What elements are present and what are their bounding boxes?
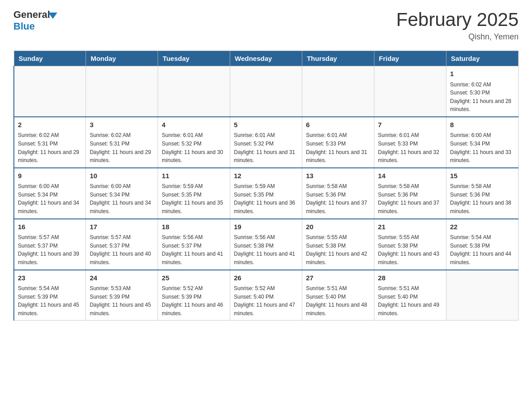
day-number: 28	[378, 273, 442, 283]
day-info: Sunrise: 6:01 AM Sunset: 5:32 PM Dayligh…	[234, 131, 298, 164]
day-number: 22	[450, 222, 515, 232]
day-info: Sunrise: 5:57 AM Sunset: 5:37 PM Dayligh…	[18, 233, 82, 266]
calendar-day-cell: 26Sunrise: 5:52 AM Sunset: 5:40 PM Dayli…	[230, 270, 302, 321]
day-of-week-header: Thursday	[302, 51, 374, 66]
day-info: Sunrise: 5:54 AM Sunset: 5:39 PM Dayligh…	[18, 284, 82, 317]
calendar-header-row: SundayMondayTuesdayWednesdayThursdayFrid…	[14, 51, 519, 66]
day-of-week-header: Wednesday	[230, 51, 302, 66]
title-section: February 2025 Qishn, Yemen	[396, 9, 519, 42]
day-number: 12	[234, 171, 298, 181]
location-title: Qishn, Yemen	[396, 32, 519, 42]
day-number: 9	[18, 171, 82, 181]
day-info: Sunrise: 6:02 AM Sunset: 5:31 PM Dayligh…	[90, 131, 154, 164]
calendar-day-cell: 16Sunrise: 5:57 AM Sunset: 5:37 PM Dayli…	[14, 219, 86, 270]
calendar-day-cell: 15Sunrise: 5:58 AM Sunset: 5:36 PM Dayli…	[446, 168, 519, 219]
logo-arrow-icon	[48, 13, 57, 19]
calendar-day-cell: 10Sunrise: 6:00 AM Sunset: 5:34 PM Dayli…	[86, 168, 158, 219]
calendar-day-cell: 22Sunrise: 5:54 AM Sunset: 5:38 PM Dayli…	[446, 219, 519, 270]
calendar-day-cell	[14, 66, 86, 117]
calendar-day-cell: 25Sunrise: 5:52 AM Sunset: 5:39 PM Dayli…	[158, 270, 230, 321]
calendar-day-cell: 8Sunrise: 6:00 AM Sunset: 5:34 PM Daylig…	[446, 117, 519, 168]
day-number: 24	[90, 273, 154, 283]
calendar-day-cell: 20Sunrise: 5:55 AM Sunset: 5:38 PM Dayli…	[302, 219, 374, 270]
logo: General Blue	[13, 9, 57, 32]
calendar-table: SundayMondayTuesdayWednesdayThursdayFrid…	[13, 51, 519, 321]
day-info: Sunrise: 6:01 AM Sunset: 5:33 PM Dayligh…	[306, 131, 370, 164]
day-info: Sunrise: 5:56 AM Sunset: 5:38 PM Dayligh…	[234, 233, 298, 266]
calendar-day-cell: 13Sunrise: 5:58 AM Sunset: 5:36 PM Dayli…	[302, 168, 374, 219]
day-number: 6	[306, 120, 370, 130]
day-number: 13	[306, 171, 370, 181]
calendar-day-cell: 2Sunrise: 6:02 AM Sunset: 5:31 PM Daylig…	[14, 117, 86, 168]
day-info: Sunrise: 5:54 AM Sunset: 5:38 PM Dayligh…	[450, 233, 515, 266]
day-number: 4	[162, 120, 226, 130]
calendar-day-cell: 12Sunrise: 5:59 AM Sunset: 5:35 PM Dayli…	[230, 168, 302, 219]
month-title: February 2025	[396, 9, 519, 30]
calendar-day-cell: 11Sunrise: 5:59 AM Sunset: 5:35 PM Dayli…	[158, 168, 230, 219]
calendar-day-cell	[446, 270, 519, 321]
calendar-day-cell: 18Sunrise: 5:56 AM Sunset: 5:37 PM Dayli…	[158, 219, 230, 270]
day-number: 17	[90, 222, 154, 232]
calendar-day-cell: 27Sunrise: 5:51 AM Sunset: 5:40 PM Dayli…	[302, 270, 374, 321]
calendar-day-cell: 19Sunrise: 5:56 AM Sunset: 5:38 PM Dayli…	[230, 219, 302, 270]
day-info: Sunrise: 6:00 AM Sunset: 5:34 PM Dayligh…	[90, 182, 154, 215]
day-number: 8	[450, 120, 515, 130]
day-number: 27	[306, 273, 370, 283]
calendar-day-cell	[374, 66, 446, 117]
calendar-day-cell: 5Sunrise: 6:01 AM Sunset: 5:32 PM Daylig…	[230, 117, 302, 168]
day-number: 26	[234, 273, 298, 283]
day-number: 25	[162, 273, 226, 283]
day-info: Sunrise: 5:56 AM Sunset: 5:37 PM Dayligh…	[162, 233, 226, 266]
day-of-week-header: Saturday	[446, 51, 519, 66]
day-number: 20	[306, 222, 370, 232]
calendar-day-cell: 21Sunrise: 5:55 AM Sunset: 5:38 PM Dayli…	[374, 219, 446, 270]
day-info: Sunrise: 5:55 AM Sunset: 5:38 PM Dayligh…	[306, 233, 370, 266]
day-number: 18	[162, 222, 226, 232]
day-info: Sunrise: 5:59 AM Sunset: 5:35 PM Dayligh…	[162, 182, 226, 215]
day-number: 7	[378, 120, 442, 130]
day-of-week-header: Tuesday	[158, 51, 230, 66]
day-number: 11	[162, 171, 226, 181]
day-info: Sunrise: 6:01 AM Sunset: 5:33 PM Dayligh…	[378, 131, 442, 164]
calendar-day-cell	[302, 66, 374, 117]
day-info: Sunrise: 5:57 AM Sunset: 5:37 PM Dayligh…	[90, 233, 154, 266]
day-info: Sunrise: 6:01 AM Sunset: 5:32 PM Dayligh…	[162, 131, 226, 164]
calendar-day-cell	[230, 66, 302, 117]
day-info: Sunrise: 6:00 AM Sunset: 5:34 PM Dayligh…	[450, 131, 515, 164]
calendar-day-cell: 4Sunrise: 6:01 AM Sunset: 5:32 PM Daylig…	[158, 117, 230, 168]
day-info: Sunrise: 5:58 AM Sunset: 5:36 PM Dayligh…	[378, 182, 442, 215]
day-of-week-header: Sunday	[14, 51, 86, 66]
day-number: 1	[450, 69, 515, 79]
day-number: 2	[18, 120, 82, 130]
calendar-week-row: 23Sunrise: 5:54 AM Sunset: 5:39 PM Dayli…	[14, 270, 519, 321]
logo-blue-text: Blue	[13, 21, 57, 32]
day-info: Sunrise: 6:02 AM Sunset: 5:30 PM Dayligh…	[450, 81, 515, 114]
day-number: 14	[378, 171, 442, 181]
calendar-week-row: 16Sunrise: 5:57 AM Sunset: 5:37 PM Dayli…	[14, 219, 519, 270]
day-info: Sunrise: 6:02 AM Sunset: 5:31 PM Dayligh…	[18, 131, 82, 164]
day-of-week-header: Friday	[374, 51, 446, 66]
day-info: Sunrise: 6:00 AM Sunset: 5:34 PM Dayligh…	[18, 182, 82, 215]
day-info: Sunrise: 5:58 AM Sunset: 5:36 PM Dayligh…	[306, 182, 370, 215]
calendar-day-cell: 3Sunrise: 6:02 AM Sunset: 5:31 PM Daylig…	[86, 117, 158, 168]
day-number: 3	[90, 120, 154, 130]
day-number: 19	[234, 222, 298, 232]
calendar-day-cell: 23Sunrise: 5:54 AM Sunset: 5:39 PM Dayli…	[14, 270, 86, 321]
day-info: Sunrise: 5:53 AM Sunset: 5:39 PM Dayligh…	[90, 284, 154, 317]
day-number: 21	[378, 222, 442, 232]
day-info: Sunrise: 5:51 AM Sunset: 5:40 PM Dayligh…	[378, 284, 442, 317]
day-number: 16	[18, 222, 82, 232]
calendar-day-cell: 24Sunrise: 5:53 AM Sunset: 5:39 PM Dayli…	[86, 270, 158, 321]
calendar-day-cell: 1Sunrise: 6:02 AM Sunset: 5:30 PM Daylig…	[446, 66, 519, 117]
calendar-week-row: 1Sunrise: 6:02 AM Sunset: 5:30 PM Daylig…	[14, 66, 519, 117]
day-info: Sunrise: 5:59 AM Sunset: 5:35 PM Dayligh…	[234, 182, 298, 215]
calendar-day-cell: 6Sunrise: 6:01 AM Sunset: 5:33 PM Daylig…	[302, 117, 374, 168]
day-number: 5	[234, 120, 298, 130]
day-info: Sunrise: 5:58 AM Sunset: 5:36 PM Dayligh…	[450, 182, 515, 215]
day-number: 23	[18, 273, 82, 283]
day-number: 10	[90, 171, 154, 181]
calendar-day-cell: 7Sunrise: 6:01 AM Sunset: 5:33 PM Daylig…	[374, 117, 446, 168]
calendar-day-cell	[86, 66, 158, 117]
page-header: General Blue February 2025 Qishn, Yemen	[13, 9, 519, 42]
calendar-day-cell: 17Sunrise: 5:57 AM Sunset: 5:37 PM Dayli…	[86, 219, 158, 270]
